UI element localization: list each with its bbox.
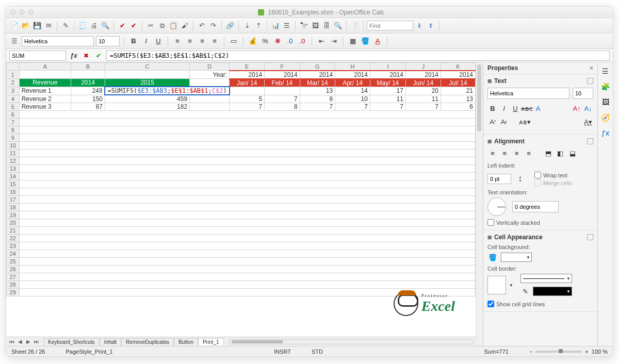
cell[interactable]: 2014 (405, 71, 441, 79)
cell[interactable] (265, 87, 300, 95)
row-header[interactable]: 2 (7, 79, 20, 87)
row-header[interactable]: 24 (7, 250, 20, 258)
status-insert-mode[interactable]: INSRT (274, 349, 291, 355)
row-header[interactable]: 1 (7, 71, 20, 79)
cell[interactable]: Jan/ 14 (230, 79, 265, 87)
tab-last-icon[interactable]: ⏭ (33, 339, 40, 344)
datasources-icon[interactable]: 🗄 (321, 21, 332, 31)
align-center-icon[interactable]: ≡ (185, 36, 195, 46)
email-icon[interactable]: ✉ (43, 21, 54, 31)
row-header[interactable]: 17 (7, 196, 20, 204)
border-color-swatch[interactable]: ▼ (533, 287, 572, 296)
styles-icon[interactable]: ☰ (282, 21, 292, 31)
cell[interactable]: 2014 (335, 71, 370, 79)
cell[interactable]: 7 (300, 103, 335, 111)
row-header[interactable]: 13 (7, 165, 20, 173)
shrink-font-icon[interactable]: A↓ (583, 103, 593, 113)
cell[interactable]: 13 (300, 87, 335, 95)
autospell-icon[interactable]: ✔ (128, 21, 139, 31)
horizontal-scrollbar[interactable] (229, 339, 474, 344)
spreadsheet-grid[interactable]: A B C D E F G H I J K 1 (6, 62, 476, 337)
subscript-icon[interactable]: A₂ (499, 117, 509, 127)
indent-input[interactable] (487, 174, 511, 184)
del-decimal-icon[interactable]: .0 (297, 36, 307, 46)
indent-spinner[interactable]: ▲▼ (518, 175, 522, 183)
row-header[interactable]: 27 (7, 273, 20, 281)
row-header[interactable]: 23 (7, 242, 20, 250)
row-header[interactable]: 25 (7, 258, 20, 266)
cell[interactable]: 20 (405, 87, 441, 95)
col-header[interactable]: D (190, 63, 230, 71)
orientation-degrees[interactable] (512, 201, 559, 212)
panel-popout-icon[interactable] (587, 78, 593, 84)
cell[interactable]: 2015 (105, 79, 189, 87)
font-color-icon[interactable]: A (372, 36, 383, 46)
align-right-icon[interactable]: ≡ (197, 36, 207, 46)
align-left-icon[interactable]: ≡ (172, 36, 183, 46)
currency-icon[interactable]: 💰 (248, 36, 258, 46)
row-header[interactable]: 26 (7, 266, 20, 273)
function-wizard-icon[interactable]: ƒx (69, 51, 78, 60)
row-header[interactable]: 7 (7, 119, 20, 126)
cut-icon[interactable]: ✂ (145, 21, 156, 31)
cell[interactable]: 7 (405, 103, 441, 111)
panel-popout-icon[interactable] (587, 138, 593, 144)
add-decimal-icon[interactable]: .0 (285, 36, 295, 46)
zoom-control[interactable]: − + 100 % (529, 349, 608, 355)
cell[interactable]: 6 (441, 103, 476, 111)
cell[interactable]: 2014 (370, 71, 405, 79)
row-header[interactable]: 22 (7, 235, 20, 242)
side-font-select[interactable] (487, 88, 569, 99)
cell[interactable]: Jun/ 14 (405, 79, 441, 87)
edit-icon[interactable]: ✎ (60, 21, 71, 31)
zoom-slider[interactable] (535, 351, 582, 353)
cell[interactable]: Feb/ 14 (265, 79, 300, 87)
cell[interactable]: Revenue 2 (19, 95, 71, 103)
side-fontcolor-icon[interactable]: A▾ (583, 117, 593, 127)
orientation-dial[interactable] (487, 197, 506, 216)
row-header[interactable]: 3 (7, 87, 20, 95)
cell[interactable]: 14 (335, 87, 370, 95)
spellcheck-icon[interactable]: ✔ (117, 21, 127, 31)
percent-icon[interactable]: % (260, 36, 270, 46)
zoom-icon[interactable]: 🔍 (333, 21, 343, 31)
row-header[interactable]: 14 (7, 173, 20, 180)
status-selection-mode[interactable]: STD (312, 349, 323, 355)
formula-input[interactable] (106, 51, 610, 61)
sort-desc-icon[interactable]: ⇡ (253, 21, 264, 31)
fill-color-icon[interactable]: 🪣 (360, 36, 370, 46)
col-header[interactable]: F (265, 63, 300, 71)
side-bold-button[interactable]: B (487, 103, 498, 113)
sheet-tab[interactable]: Inhalt (100, 338, 121, 345)
side-size-select[interactable] (573, 88, 593, 99)
row-header[interactable]: 19 (7, 211, 20, 219)
border-color-icon[interactable]: ✎ (520, 286, 531, 296)
sidebar-tab-styles-icon[interactable]: 🧩 (600, 81, 611, 92)
row-header[interactable]: 12 (7, 157, 20, 165)
navigator-icon[interactable]: 🔭 (299, 21, 309, 31)
valign-top-icon[interactable]: ⬒ (543, 148, 553, 158)
dec-indent-icon[interactable]: ⇤ (316, 36, 327, 46)
halign-left-icon[interactable]: ≡ (487, 148, 498, 158)
merge-cells-icon[interactable]: ▭ (229, 36, 239, 46)
copy-icon[interactable]: ⧉ (157, 21, 167, 31)
chart-icon[interactable]: 📊 (270, 21, 281, 31)
halign-right-icon[interactable]: ≡ (512, 148, 522, 158)
halign-center-icon[interactable]: ≡ (499, 148, 510, 158)
sheet-tab[interactable]: Keyboard_Shortcuts (43, 338, 100, 345)
cell[interactable]: 10 (335, 95, 370, 103)
close-window[interactable] (10, 9, 16, 15)
cell[interactable]: 2014 (230, 71, 265, 79)
minimize-window[interactable] (19, 9, 25, 15)
print-icon[interactable]: 🖨 (89, 21, 99, 31)
grid-lines-checkbox[interactable] (487, 301, 494, 307)
zoom-window[interactable] (28, 9, 34, 15)
row-header[interactable]: 8 (7, 126, 20, 134)
cell[interactable]: 13 (441, 95, 476, 103)
row-header[interactable]: 18 (7, 204, 20, 211)
format-paint-icon[interactable]: 🖌 (180, 21, 190, 31)
row-header[interactable]: 15 (7, 180, 20, 188)
underline-button[interactable]: U (153, 36, 164, 46)
col-header[interactable]: H (335, 63, 370, 71)
cell[interactable]: 21 (441, 87, 476, 95)
